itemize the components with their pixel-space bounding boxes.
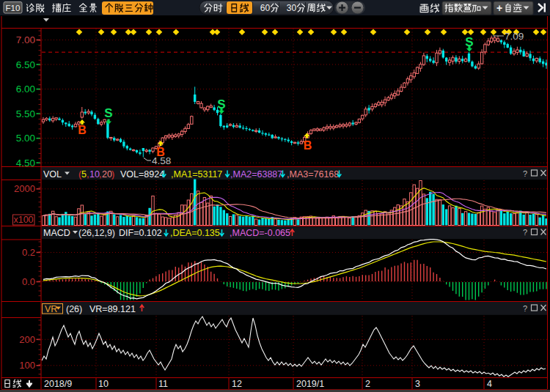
svg-text:,: ,	[99, 169, 101, 180]
svg-text:2018/9: 2018/9	[44, 379, 72, 389]
svg-text:200: 200	[19, 334, 35, 345]
svg-text:4.58: 4.58	[152, 155, 171, 166]
svg-text:60: 60	[260, 3, 271, 13]
svg-text:5: 5	[81, 169, 87, 180]
svg-text:2000: 2000	[14, 183, 35, 194]
svg-text:(26): (26)	[66, 304, 82, 314]
svg-text:,MA2=63887: ,MA2=63887	[230, 169, 282, 180]
svg-text:30: 30	[287, 3, 297, 13]
svg-text:): )	[111, 169, 114, 180]
svg-text:3: 3	[415, 379, 420, 389]
svg-text:?: ?	[523, 169, 527, 178]
svg-text:?: ?	[523, 304, 527, 313]
svg-text:0.2: 0.2	[22, 247, 35, 258]
svg-text:VR=89.121: VR=89.121	[89, 304, 136, 314]
svg-text:6.00: 6.00	[16, 84, 35, 95]
svg-text:7.00: 7.00	[16, 34, 35, 45]
svg-text:F10: F10	[6, 4, 21, 12]
svg-text:?: ?	[523, 228, 527, 237]
svg-text:12: 12	[232, 379, 242, 389]
svg-text:VOL: VOL	[43, 169, 62, 180]
svg-text:B: B	[78, 124, 87, 136]
svg-text:,MA3=76168: ,MA3=76168	[287, 169, 339, 180]
svg-text:B: B	[304, 139, 312, 152]
svg-text:,MA1=53117: ,MA1=53117	[171, 169, 222, 180]
svg-text:6.50: 6.50	[16, 59, 35, 70]
svg-text:4: 4	[487, 379, 492, 389]
svg-text:VR: VR	[45, 304, 57, 314]
svg-text:10: 10	[89, 169, 100, 180]
svg-text:7.09: 7.09	[505, 31, 524, 42]
svg-text:S: S	[104, 106, 112, 120]
svg-text:+: +	[496, 2, 502, 14]
svg-text:2: 2	[365, 379, 370, 389]
svg-text:,: ,	[87, 169, 89, 180]
svg-text:(26,12,9): (26,12,9)	[78, 228, 115, 238]
svg-text:0.0: 0.0	[22, 276, 35, 287]
svg-text:x100: x100	[13, 215, 33, 225]
svg-text:100: 100	[19, 360, 35, 371]
svg-text:,MACD=-0.065: ,MACD=-0.065	[230, 228, 290, 238]
svg-text:11: 11	[158, 379, 168, 389]
svg-text:MACD: MACD	[43, 228, 70, 238]
svg-text:2019/1: 2019/1	[296, 379, 324, 389]
svg-text:10: 10	[98, 379, 109, 389]
svg-text:DIF=0.102: DIF=0.102	[119, 228, 162, 238]
svg-text:20: 20	[102, 169, 112, 180]
svg-text:5.50: 5.50	[16, 108, 35, 119]
svg-text:5.00: 5.00	[16, 133, 35, 144]
svg-text:,DEA=0.135: ,DEA=0.135	[170, 228, 220, 238]
svg-text:VOL=8924: VOL=8924	[120, 169, 164, 180]
